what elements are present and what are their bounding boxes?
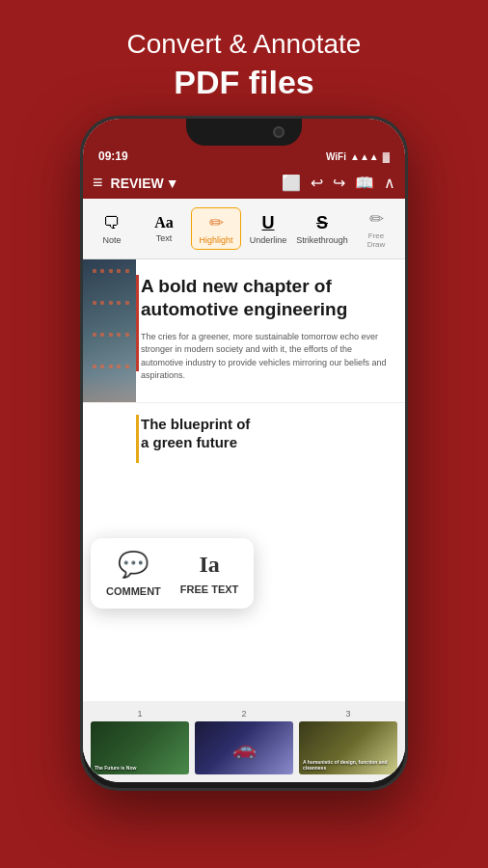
annotation-text[interactable]: Aa Text — [139, 210, 189, 247]
annotation-popup: 💬 COMMENT Ia FREE TEXT — [91, 538, 254, 609]
thumb-num-2: 2 — [241, 709, 246, 719]
undo-icon[interactable]: ↩ — [311, 174, 323, 192]
header-subtitle: Convert & Annotate — [19, 29, 469, 60]
thumbnail-1[interactable]: 1 The Future is Now — [91, 709, 189, 774]
thumb-num-3: 3 — [345, 709, 350, 719]
doc-section2: The blueprint of a green future — [83, 402, 405, 460]
toolbar-actions: ⬜ ↩ ↪ 📖 ∧ — [282, 174, 395, 192]
status-time: 09:19 — [98, 149, 128, 163]
strikethrough-icon: S — [316, 213, 328, 233]
freedraw-icon: ✏ — [369, 208, 384, 230]
doc-body-text: The cries for a greener, more sustainabl… — [141, 331, 390, 383]
battery-icon: ▓ — [383, 151, 390, 162]
dropdown-arrow-icon: ▼ — [166, 176, 179, 191]
strikethrough-label: Strikethrough — [296, 235, 348, 245]
document-area: A bold new chapter of automotive enginee… — [83, 259, 405, 782]
doc-main-heading: A bold new chapter of automotive enginee… — [141, 275, 390, 321]
popup-freetext[interactable]: Ia FREE TEXT — [180, 552, 239, 595]
comment-icon: 💬 — [118, 550, 149, 580]
signal-icon: ▲▲▲ — [350, 151, 379, 162]
text-icon: Aa — [154, 214, 174, 231]
toolbar-section[interactable]: REVIEW ▼ — [111, 176, 179, 191]
header-title: PDF files — [19, 64, 469, 101]
underline-icon: U — [262, 213, 275, 233]
highlight-icon: ✏ — [209, 212, 224, 233]
comment-label: COMMENT — [106, 585, 161, 597]
app-header: Convert & Annotate PDF files — [0, 0, 488, 121]
note-icon: 🗨 — [103, 213, 121, 233]
redo-icon[interactable]: ↪ — [333, 174, 345, 192]
annotation-note[interactable]: 🗨 Note — [87, 209, 137, 249]
main-toolbar: ≡ REVIEW ▼ ⬜ ↩ ↪ 📖 ∧ — [83, 167, 405, 199]
thumbnail-2[interactable]: 2 🚗 — [195, 709, 293, 774]
doc-section2-heading: The blueprint of a green future — [141, 415, 390, 452]
doc-yellow-accent — [136, 415, 139, 463]
popup-comment[interactable]: 💬 COMMENT — [106, 550, 161, 597]
page-thumbnails: 1 The Future is Now 2 🚗 3 — [83, 701, 405, 782]
thumb-img-3: A humanistic of design, function and cle… — [299, 721, 397, 774]
thumbnail-3[interactable]: 3 A humanistic of design, function and c… — [299, 709, 397, 774]
annotation-underline[interactable]: U Underline — [243, 209, 293, 249]
phone-frame: 09:19 WiFi ▲▲▲ ▓ ≡ REVIEW ▼ ⬜ ↩ ↪ — [80, 116, 408, 791]
thumb-img-1: The Future is Now — [91, 721, 189, 774]
text-label: Text — [156, 233, 173, 243]
book-icon[interactable]: 📖 — [355, 174, 374, 192]
underline-label: Underline — [250, 235, 287, 245]
menu-icon[interactable]: ≡ — [93, 173, 103, 193]
note-label: Note — [102, 235, 121, 245]
wifi-icon: WiFi — [326, 151, 346, 162]
save-icon[interactable]: ⬜ — [282, 174, 301, 192]
highlight-label: Highlight — [199, 235, 232, 245]
section-label: REVIEW — [111, 176, 164, 191]
phone-screen: 09:19 WiFi ▲▲▲ ▓ ≡ REVIEW ▼ ⬜ ↩ ↪ — [83, 119, 405, 782]
thumb-text-1: The Future is Now — [95, 765, 185, 771]
annotation-highlight[interactable]: ✏ Highlight — [191, 207, 241, 250]
thumb-car-icon: 🚗 — [232, 737, 257, 760]
status-icons: WiFi ▲▲▲ ▓ — [326, 151, 390, 162]
thumb-text-3: A humanistic of design, function and cle… — [303, 759, 393, 771]
freetext-icon: Ia — [199, 552, 219, 578]
annotation-freedraw[interactable]: ✏ FreeDraw — [351, 204, 401, 253]
freetext-label: FREE TEXT — [180, 583, 239, 595]
phone-mockup: 09:19 WiFi ▲▲▲ ▓ ≡ REVIEW ▼ ⬜ ↩ ↪ — [80, 116, 408, 791]
doc-content: A bold new chapter of automotive enginee… — [83, 259, 405, 398]
annotation-bar: 🗨 Note Aa Text ✏ Highlight U Underline S — [83, 199, 405, 259]
phone-notch — [186, 119, 302, 146]
camera-cutout — [273, 126, 285, 138]
freedraw-label: FreeDraw — [367, 231, 386, 249]
annotation-strikethrough[interactable]: S Strikethrough — [295, 209, 349, 249]
thumb-img-2: 🚗 — [195, 721, 293, 774]
expand-icon[interactable]: ∧ — [384, 174, 395, 192]
thumb-num-1: 1 — [137, 709, 142, 719]
